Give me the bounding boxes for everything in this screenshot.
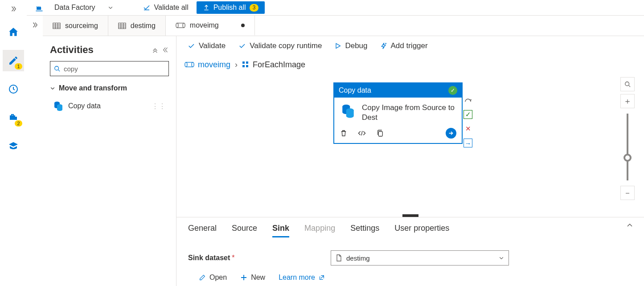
code-icon[interactable] xyxy=(357,130,366,137)
svg-rect-11 xyxy=(246,61,248,64)
delete-icon[interactable] xyxy=(340,129,348,137)
success-status-icon: ✓ xyxy=(448,86,457,95)
collapse-panel-icon[interactable] xyxy=(626,222,633,229)
play-icon xyxy=(334,42,341,49)
nav-manage-badge: 2 xyxy=(15,120,22,127)
nav-collapse-toggle[interactable] xyxy=(4,4,22,14)
workspace-collapse-toggle[interactable] xyxy=(27,16,43,286)
details-panel: General Source Sink Mapping Settings Use… xyxy=(176,217,644,286)
data-factory-icon xyxy=(35,3,44,12)
nav-author-badge: 1 xyxy=(15,63,22,69)
sink-dataset-select[interactable]: destimg xyxy=(331,250,509,266)
activity-label: Copy data xyxy=(68,102,101,110)
debug-button[interactable]: Debug xyxy=(334,41,367,50)
node-name-label: Copy Image from Source to Dest xyxy=(362,103,455,123)
validate-all-label: Validate all xyxy=(154,4,189,12)
nav-manage[interactable]: 2 xyxy=(3,107,24,128)
breadcrumb-root[interactable]: moveimg xyxy=(185,60,230,69)
node-output-ports: ✓ ✕ → xyxy=(464,96,472,147)
zoom-out-button[interactable]: － xyxy=(620,186,635,200)
svg-rect-1 xyxy=(53,23,60,29)
tab-label: sourceimg xyxy=(65,22,98,30)
activities-search-input[interactable] xyxy=(64,65,165,73)
chevron-down-icon xyxy=(499,255,504,261)
validate-copy-label: Validate copy runtime xyxy=(250,41,322,50)
clone-icon[interactable] xyxy=(376,129,384,137)
breadcrumb-separator-icon: › xyxy=(235,60,238,69)
open-dataset-button[interactable]: Open xyxy=(199,274,227,282)
validate-label: Validate xyxy=(199,41,226,50)
svg-rect-13 xyxy=(246,65,248,67)
zoom-controls: ＋ － xyxy=(620,77,635,200)
new-dataset-button[interactable]: New xyxy=(240,274,265,282)
add-trigger-label: Add trigger xyxy=(391,41,428,50)
activity-group-label: Move and transform xyxy=(59,84,127,92)
breadcrumb-current: ForEachImage xyxy=(242,60,305,69)
zoom-search-icon[interactable] xyxy=(620,77,635,91)
dtab-source[interactable]: Source xyxy=(232,224,257,233)
search-icon xyxy=(54,65,60,72)
zoom-slider[interactable] xyxy=(627,114,628,180)
zoom-in-button[interactable]: ＋ xyxy=(620,94,635,108)
check-icon xyxy=(238,42,246,50)
tab-label: moveimg xyxy=(190,21,219,29)
tab-moveimg[interactable]: moveimg xyxy=(166,16,255,36)
dtab-userprops[interactable]: User properties xyxy=(394,224,449,233)
sink-dataset-label: Sink dataset* xyxy=(188,254,322,262)
publish-all-button[interactable]: Publish all 3 xyxy=(197,1,265,14)
node-header[interactable]: Copy data ✓ xyxy=(334,83,462,98)
debug-label: Debug xyxy=(345,41,367,50)
validate-all-button[interactable]: Validate all xyxy=(143,4,189,12)
dtab-general[interactable]: General xyxy=(188,224,217,233)
dataset-icon xyxy=(118,22,126,29)
tab-sourceimg[interactable]: sourceimg xyxy=(43,16,108,36)
svg-rect-10 xyxy=(242,61,245,64)
learn-more-link[interactable]: Learn more xyxy=(279,274,325,282)
nav-home[interactable] xyxy=(3,21,24,43)
validate-copy-button[interactable]: Validate copy runtime xyxy=(238,41,322,50)
nav-learn[interactable] xyxy=(3,135,24,157)
panel-resize-handle[interactable] xyxy=(402,214,418,217)
details-tabs: General Source Sink Mapping Settings Use… xyxy=(188,217,632,239)
port-completion-icon[interactable]: → xyxy=(464,139,472,147)
database-icon xyxy=(53,101,64,111)
svg-point-17 xyxy=(625,82,629,86)
activities-title: Activities xyxy=(50,44,94,56)
nav-author[interactable]: 1 xyxy=(3,50,24,71)
copy-data-node[interactable]: Copy data ✓ Copy Image from Source to De… xyxy=(333,82,463,144)
svg-rect-12 xyxy=(242,65,245,67)
drag-handle-icon[interactable]: ⋮⋮ xyxy=(152,102,166,110)
app-label[interactable]: Data Factory xyxy=(54,4,95,12)
port-skip-icon[interactable] xyxy=(464,96,472,105)
port-failure-icon[interactable]: ✕ xyxy=(464,124,472,133)
navigate-icon[interactable] xyxy=(446,128,456,139)
canvas-breadcrumb: moveimg › ForEachImage xyxy=(176,56,644,74)
dtab-mapping[interactable]: Mapping xyxy=(304,224,335,233)
nav-monitor[interactable] xyxy=(3,78,24,100)
publish-count-badge: 3 xyxy=(250,4,259,12)
svg-point-9 xyxy=(192,62,194,67)
tab-destimg[interactable]: destimg xyxy=(108,16,166,36)
canvas-toolbar: Validate Validate copy runtime Debug xyxy=(176,36,644,56)
editor-tabs: sourceimg destimg moveimg xyxy=(43,16,644,36)
add-trigger-button[interactable]: Add trigger xyxy=(380,41,428,50)
dtab-settings[interactable]: Settings xyxy=(350,224,379,233)
activities-search[interactable] xyxy=(50,61,169,76)
port-success-icon[interactable]: ✓ xyxy=(464,110,472,119)
activity-group-move-transform[interactable]: Move and transform xyxy=(50,84,169,92)
svg-rect-16 xyxy=(378,131,382,136)
dtab-sink[interactable]: Sink xyxy=(272,224,289,233)
svg-point-8 xyxy=(185,62,187,67)
edit-icon xyxy=(199,274,206,281)
svg-point-4 xyxy=(183,23,185,27)
activity-copy-data[interactable]: Copy data ⋮⋮ xyxy=(50,98,169,114)
chevron-down-icon[interactable] xyxy=(108,5,113,10)
publish-all-label: Publish all xyxy=(213,4,246,12)
node-type-label: Copy data xyxy=(339,86,371,94)
svg-point-5 xyxy=(55,66,59,70)
collapse-panel-icon[interactable] xyxy=(163,47,169,53)
validate-button[interactable]: Validate xyxy=(187,41,226,50)
pipeline-canvas[interactable]: Copy data ✓ Copy Image from Source to De… xyxy=(176,74,644,217)
expand-all-icon[interactable] xyxy=(152,47,158,53)
trigger-icon xyxy=(380,42,387,49)
